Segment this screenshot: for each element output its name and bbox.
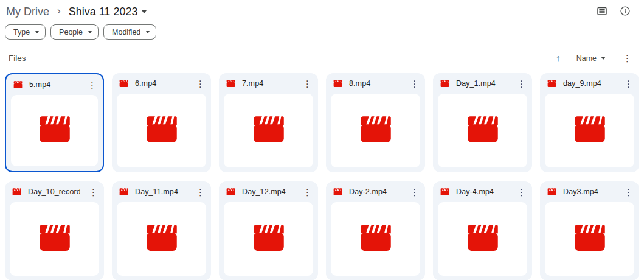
- clapperboard-icon: [252, 224, 285, 254]
- chevron-down-icon: [142, 10, 147, 13]
- file-more-button[interactable]: ⋮: [407, 78, 421, 89]
- clapperboard-icon: [573, 224, 606, 254]
- list-view-icon: [597, 5, 608, 18]
- breadcrumb-item-my-drive[interactable]: My Drive: [6, 5, 49, 18]
- file-more-button[interactable]: ⋮: [621, 186, 635, 198]
- kebab-icon: ⋮: [303, 79, 312, 89]
- file-card-header: Day-4.mp4 ⋮: [433, 181, 532, 202]
- kebab-icon: ⋮: [303, 187, 312, 197]
- kebab-icon: ⋮: [624, 79, 633, 89]
- video-file-icon: [333, 188, 342, 196]
- file-card[interactable]: Day_10_recording.... ⋮: [5, 181, 104, 280]
- file-preview: [224, 94, 313, 167]
- file-card[interactable]: Day-2.mp4 ⋮: [326, 181, 425, 280]
- file-more-button[interactable]: ⋮: [407, 186, 421, 198]
- video-file-icon: [13, 81, 23, 89]
- chip-label: People: [59, 28, 83, 37]
- file-card-header: Day_10_recording.... ⋮: [5, 181, 104, 202]
- file-card-header: 7.mp4 ⋮: [219, 73, 318, 94]
- file-more-button[interactable]: ⋮: [193, 78, 207, 89]
- file-preview: [438, 202, 527, 276]
- file-card[interactable]: 7.mp4 ⋮: [219, 73, 318, 172]
- file-name: day_9.mp4: [563, 79, 615, 88]
- breadcrumb-current-folder[interactable]: Shiva 11 2023: [69, 5, 147, 18]
- video-file-icon: [119, 80, 128, 88]
- file-preview: [438, 94, 527, 167]
- file-card-header: Day-2.mp4 ⋮: [326, 181, 425, 202]
- filter-chip-type[interactable]: Type: [5, 24, 46, 40]
- clapperboard-icon: [145, 116, 178, 145]
- file-name: Day3.mp4: [563, 187, 615, 196]
- sort-by-label: Name: [576, 54, 597, 63]
- file-more-button[interactable]: ⋮: [300, 78, 314, 89]
- file-card[interactable]: 6.mp4 ⋮: [112, 73, 211, 172]
- file-card-header: Day_12.mp4 ⋮: [219, 181, 318, 202]
- file-name: Day_1.mp4: [456, 79, 508, 88]
- file-card-header: 6.mp4 ⋮: [112, 73, 211, 94]
- file-name: 8.mp4: [349, 79, 401, 88]
- kebab-icon: ⋮: [624, 187, 633, 197]
- video-file-icon: [440, 80, 449, 88]
- clapperboard-icon: [573, 116, 606, 145]
- video-file-icon: [226, 188, 235, 196]
- filter-chip-modified[interactable]: Modified: [103, 24, 156, 40]
- file-preview: [331, 202, 420, 276]
- details-button[interactable]: [617, 4, 633, 19]
- file-name: 6.mp4: [135, 79, 187, 88]
- chip-label: Modified: [112, 28, 140, 37]
- file-preview: [117, 94, 206, 167]
- file-name: Day_12.mp4: [242, 187, 294, 196]
- file-more-button[interactable]: ⋮: [621, 78, 635, 89]
- video-file-icon: [226, 80, 235, 88]
- sort-by-button[interactable]: Name: [576, 54, 606, 63]
- kebab-icon: ⋮: [88, 80, 97, 90]
- file-more-button[interactable]: ⋮: [85, 79, 99, 91]
- list-view-toggle-button[interactable]: [594, 4, 610, 19]
- sort-direction-button[interactable]: ↑: [556, 53, 561, 64]
- file-name: Day-4.mp4: [456, 187, 508, 196]
- file-grid: 5.mp4 ⋮: [0, 73, 644, 280]
- clapperboard-icon: [38, 224, 71, 254]
- file-card[interactable]: Day3.mp4 ⋮: [540, 181, 639, 280]
- kebab-icon: ⋮: [196, 187, 205, 197]
- file-card[interactable]: Day_11.mp4 ⋮: [112, 181, 211, 280]
- file-card-header: Day3.mp4 ⋮: [540, 181, 639, 202]
- file-name: 7.mp4: [242, 79, 294, 88]
- filter-chip-row: Type People Modified: [0, 19, 644, 40]
- more-options-button[interactable]: ⋮: [620, 52, 634, 64]
- file-preview: [331, 94, 420, 167]
- file-card-header: day_9.mp4 ⋮: [540, 73, 639, 94]
- breadcrumb-bar: My Drive › Shiva 11 2023: [0, 0, 644, 19]
- file-card[interactable]: day_9.mp4 ⋮: [540, 73, 639, 172]
- file-more-button[interactable]: ⋮: [514, 186, 528, 198]
- kebab-icon: ⋮: [196, 79, 205, 89]
- file-card[interactable]: Day_1.mp4 ⋮: [433, 73, 532, 172]
- file-more-button[interactable]: ⋮: [193, 186, 207, 198]
- kebab-icon: ⋮: [623, 53, 632, 63]
- file-more-button[interactable]: ⋮: [86, 186, 100, 198]
- arrow-up-icon: ↑: [556, 53, 561, 63]
- file-card[interactable]: 5.mp4 ⋮: [5, 73, 104, 172]
- video-file-icon: [333, 80, 342, 88]
- video-file-icon: [547, 80, 556, 88]
- file-preview: [10, 202, 99, 276]
- breadcrumb-separator-icon: ›: [57, 5, 61, 17]
- file-preview: [11, 95, 98, 166]
- filter-chip-people[interactable]: People: [50, 24, 99, 40]
- video-file-icon: [12, 188, 21, 196]
- file-preview: [117, 202, 206, 276]
- file-card-header: Day_11.mp4 ⋮: [112, 181, 211, 202]
- file-preview: [545, 202, 634, 276]
- file-more-button[interactable]: ⋮: [300, 186, 314, 198]
- file-more-button[interactable]: ⋮: [514, 78, 528, 89]
- file-card[interactable]: 8.mp4 ⋮: [326, 73, 425, 172]
- video-file-icon: [547, 188, 556, 196]
- file-card[interactable]: Day_12.mp4 ⋮: [219, 181, 318, 280]
- file-card-header: 8.mp4 ⋮: [326, 73, 425, 94]
- files-header-row: Files ↑ Name ⋮: [0, 40, 644, 64]
- file-preview: [545, 94, 634, 167]
- file-card[interactable]: Day-4.mp4 ⋮: [433, 181, 532, 280]
- clapperboard-icon: [145, 224, 178, 254]
- clapperboard-icon: [359, 224, 392, 254]
- file-preview: [224, 202, 313, 276]
